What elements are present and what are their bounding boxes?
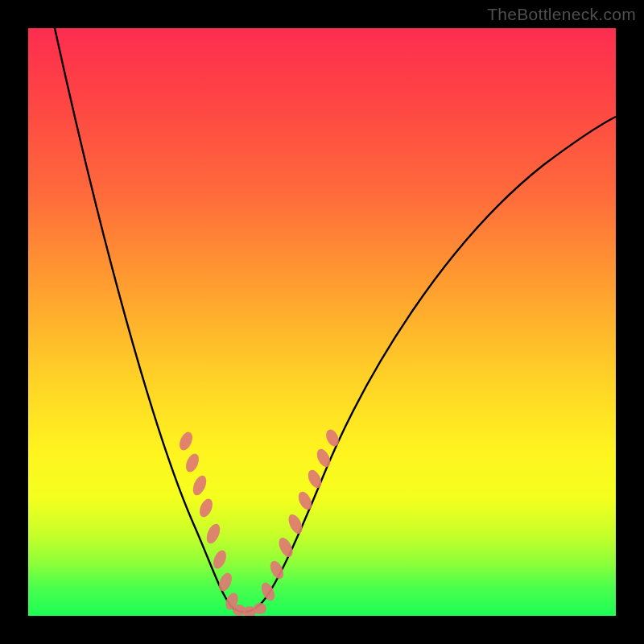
svg-point-4 [204, 522, 222, 545]
svg-point-9 [243, 606, 256, 616]
svg-point-5 [211, 548, 229, 571]
svg-point-17 [314, 447, 332, 469]
svg-point-12 [267, 559, 286, 581]
svg-point-8 [233, 605, 246, 616]
svg-point-10 [254, 603, 266, 614]
svg-point-3 [197, 497, 215, 519]
plot-area [28, 28, 616, 616]
svg-point-11 [258, 580, 277, 603]
markers-bottom [233, 603, 266, 616]
svg-point-0 [177, 430, 195, 452]
svg-point-16 [305, 468, 324, 490]
svg-point-15 [295, 489, 314, 512]
curve-path [55, 28, 616, 612]
watermark-text: TheBottleneck.com [487, 5, 636, 24]
svg-point-6 [217, 571, 234, 593]
markers-right [258, 427, 341, 603]
svg-point-7 [223, 591, 240, 612]
chart-frame: TheBottleneck.com [0, 0, 644, 644]
svg-point-1 [184, 452, 201, 474]
svg-point-18 [324, 427, 341, 448]
svg-point-14 [286, 512, 305, 536]
svg-point-2 [190, 473, 208, 497]
markers-left [177, 430, 241, 612]
bottleneck-curve [28, 28, 616, 616]
svg-point-13 [276, 535, 295, 559]
